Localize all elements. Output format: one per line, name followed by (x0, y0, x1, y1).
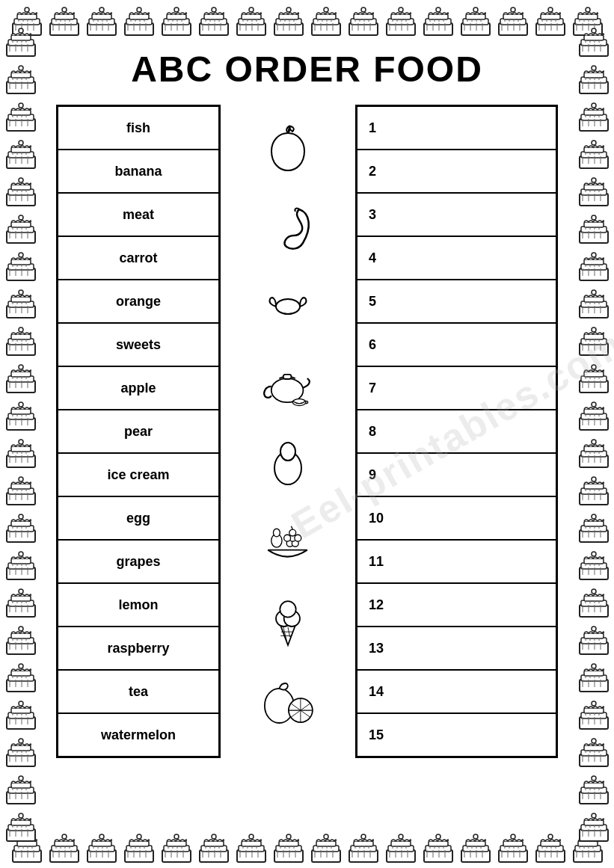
svg-rect-481 (8, 339, 34, 345)
svg-rect-661 (581, 77, 607, 83)
svg-rect-541 (8, 526, 34, 532)
svg-rect-350 (503, 841, 523, 846)
svg-rect-528 (7, 493, 35, 505)
svg-rect-302 (354, 841, 373, 846)
svg-rect-338 (466, 841, 485, 846)
svg-rect-420 (7, 156, 35, 168)
cake-icon-left-0 (2, 23, 40, 61)
cake-icon-right-19 (575, 733, 613, 771)
svg-point-315 (399, 834, 403, 839)
svg-rect-73 (239, 19, 264, 25)
cake-icon-bottom-12 (457, 829, 494, 867)
svg-rect-866 (584, 708, 604, 713)
cake-icon-bottom-9 (345, 829, 382, 867)
svg-rect-672 (580, 119, 608, 131)
svg-rect-96 (312, 23, 340, 35)
svg-rect-97 (313, 19, 339, 25)
svg-rect-432 (7, 194, 35, 206)
svg-rect-421 (8, 152, 34, 158)
word-cell-5: sweets (58, 323, 219, 366)
svg-rect-446 (11, 222, 31, 227)
svg-rect-36 (125, 23, 153, 35)
svg-rect-818 (584, 558, 604, 564)
svg-rect-589 (8, 675, 34, 681)
cake-icon-right-11 (575, 434, 613, 472)
svg-point-795 (592, 477, 596, 481)
svg-rect-660 (580, 81, 608, 93)
svg-rect-170 (541, 14, 560, 19)
apple-image (258, 112, 318, 187)
svg-point-925 (284, 535, 291, 541)
svg-rect-458 (11, 259, 31, 265)
svg-rect-206 (55, 841, 74, 846)
svg-point-579 (19, 627, 23, 631)
svg-rect-770 (584, 409, 604, 414)
word-cell-7: pear (58, 410, 219, 453)
svg-point-207 (62, 834, 67, 839)
svg-rect-444 (7, 231, 35, 243)
svg-point-855 (592, 664, 596, 668)
svg-rect-408 (7, 119, 35, 131)
svg-rect-398 (11, 73, 31, 78)
svg-rect-121 (388, 19, 414, 25)
svg-point-891 (592, 776, 596, 781)
cake-icon-right-14 (575, 547, 613, 584)
cake-icon-left-17 (2, 659, 40, 696)
svg-point-591 (19, 664, 23, 668)
svg-rect-636 (7, 829, 35, 841)
svg-rect-122 (391, 14, 411, 19)
svg-point-603 (19, 701, 23, 706)
svg-rect-109 (351, 19, 376, 25)
cake-icon-top-8 (307, 2, 345, 40)
svg-rect-518 (11, 446, 31, 452)
svg-rect-768 (580, 418, 608, 430)
svg-rect-877 (581, 750, 607, 756)
svg-rect-722 (584, 259, 604, 265)
word-cell-9: egg (58, 496, 219, 540)
svg-rect-829 (581, 600, 607, 606)
svg-rect-157 (500, 19, 526, 25)
cake-icon-right-10 (575, 397, 613, 434)
svg-rect-146 (466, 14, 485, 19)
svg-rect-14 (55, 14, 74, 19)
cake-icon-bottom-8 (307, 829, 345, 867)
svg-rect-301 (351, 846, 376, 852)
svg-rect-698 (584, 185, 604, 190)
word-cell-6: apple (58, 366, 219, 410)
svg-point-921 (273, 529, 280, 537)
svg-rect-542 (11, 521, 31, 526)
svg-rect-806 (584, 521, 604, 526)
svg-rect-889 (581, 787, 607, 793)
cake-icon-bottom-6 (233, 829, 270, 867)
cake-icon-left-7 (2, 285, 40, 322)
svg-rect-781 (581, 451, 607, 457)
cake-icon-left-18 (2, 696, 40, 733)
svg-rect-841 (581, 638, 607, 644)
svg-rect-386 (11, 35, 31, 40)
svg-rect-697 (581, 189, 607, 195)
number-cell-13: 14 (357, 670, 556, 713)
cake-icon-right-1 (575, 61, 613, 98)
svg-rect-602 (11, 708, 31, 713)
svg-rect-205 (52, 846, 77, 852)
svg-rect-626 (11, 783, 31, 788)
svg-rect-314 (391, 841, 411, 846)
svg-point-879 (592, 739, 596, 743)
svg-rect-901 (581, 825, 607, 831)
svg-rect-794 (584, 484, 604, 489)
svg-rect-614 (11, 745, 31, 751)
svg-point-279 (286, 834, 291, 839)
svg-rect-506 (11, 409, 31, 414)
svg-rect-744 (580, 343, 608, 355)
cake-icon-right-6 (575, 247, 613, 285)
svg-rect-324 (424, 850, 452, 862)
svg-rect-181 (575, 19, 601, 25)
svg-rect-230 (129, 841, 149, 846)
svg-rect-516 (7, 455, 35, 467)
svg-rect-253 (201, 846, 227, 852)
lemon-image (258, 662, 318, 736)
svg-rect-48 (162, 23, 191, 35)
svg-rect-445 (8, 227, 34, 233)
svg-rect-61 (201, 19, 227, 25)
svg-rect-505 (8, 413, 34, 419)
